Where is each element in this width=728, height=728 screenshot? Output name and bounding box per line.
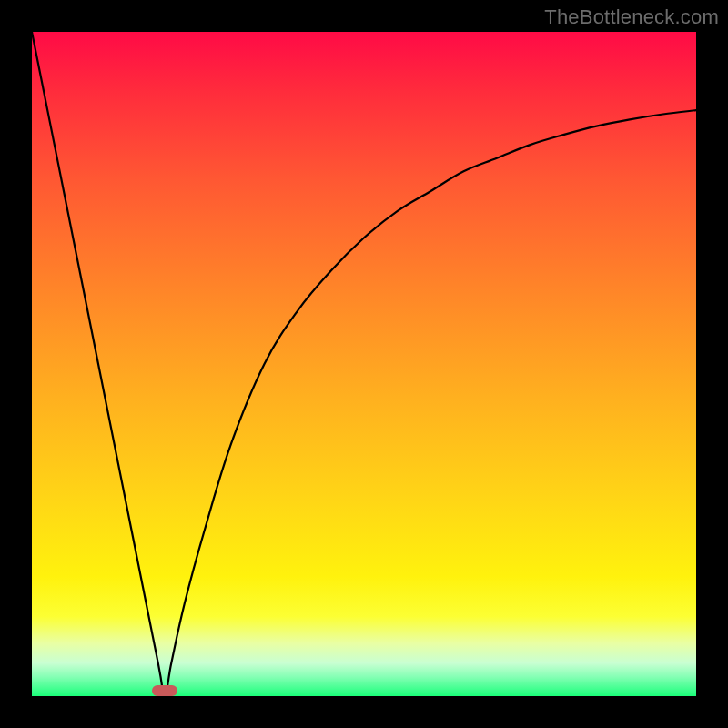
chart-frame: TheBottleneck.com — [0, 0, 728, 728]
plot-area — [32, 32, 696, 696]
minimum-marker — [152, 685, 177, 696]
watermark-text: TheBottleneck.com — [544, 5, 719, 29]
bottleneck-curve — [32, 32, 696, 696]
